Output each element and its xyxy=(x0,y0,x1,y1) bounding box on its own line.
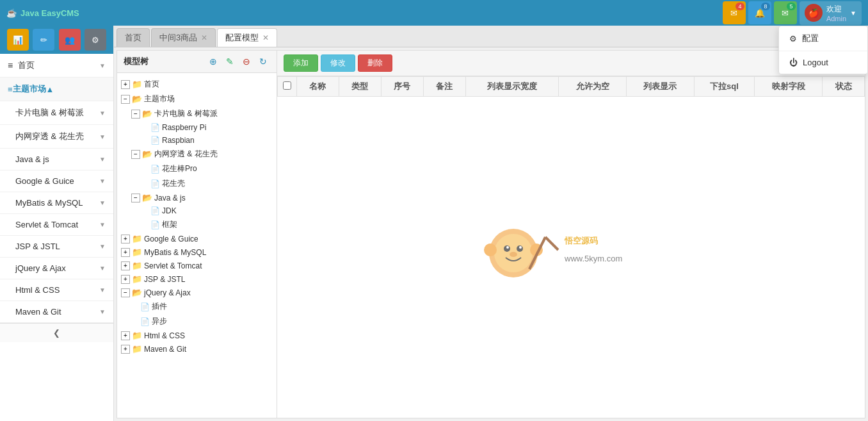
svg-line-10 xyxy=(545,237,558,250)
expand-neiwang[interactable]: − xyxy=(131,150,140,159)
file-icon: 📄 xyxy=(150,206,160,215)
tree-node-kapiandian[interactable]: − 📂 卡片电脑 & 树莓派 xyxy=(117,106,277,121)
expand-jquery[interactable]: − xyxy=(121,288,130,297)
folder-icon: 📂 xyxy=(142,109,152,119)
sidebar-item-mybatis[interactable]: MyBatis & MySQL ▼ xyxy=(0,192,113,214)
tree-node-raspberry[interactable]: 📄 Raspberry Pi xyxy=(117,121,277,134)
sidebar-icon-bar: 📊 ✏ 👥 ⚙ xyxy=(0,26,113,54)
expand-kapiandian[interactable]: − xyxy=(131,110,140,119)
expand-google[interactable]: + xyxy=(121,235,130,244)
nav-icons: ✉ 4 🔔 8 ✉ 5 🍎 欢迎 Admin ▼ xyxy=(723,1,862,25)
tree-node-yibu[interactable]: 📄 异步 xyxy=(117,314,277,329)
tree-node-huasheng[interactable]: 📄 花生壳 xyxy=(117,176,277,191)
logout-menu-item[interactable]: ⏻ Logout xyxy=(779,51,867,74)
sidebar-item-jsp[interactable]: JSP & JSTL ▼ xyxy=(0,236,113,258)
chevron-icon: ▼ xyxy=(99,308,106,315)
chevron-icon: ▼ xyxy=(99,243,106,250)
chart-icon: 📊 xyxy=(13,35,23,45)
tab-zhongjian-close[interactable]: ✕ xyxy=(201,33,207,42)
expand-shouye[interactable]: + xyxy=(121,80,130,89)
messages-btn[interactable]: ✉ 4 xyxy=(723,1,746,24)
delete-button[interactable]: 删除 xyxy=(358,54,392,72)
javajs-label: Java & js xyxy=(15,154,49,164)
svg-text:悟空源码: 悟空源码 xyxy=(564,236,598,245)
sidebar-chart-btn[interactable]: 📊 xyxy=(7,29,29,51)
tree-label-huashengbang: 花生棒Pro xyxy=(162,163,197,174)
tree-node-servlet[interactable]: + 📁 Servlet & Tomcat xyxy=(117,259,277,272)
select-all-checkbox[interactable] xyxy=(283,81,291,90)
expand-maven[interactable]: + xyxy=(121,345,130,354)
folder-icon: 📁 xyxy=(132,261,142,270)
sidebar-item-theme-market[interactable]: ≡ 主题市场 ▲ xyxy=(0,78,113,101)
edit-button[interactable]: 修改 xyxy=(321,54,355,72)
svg-point-6 xyxy=(510,252,517,257)
tree-refresh-btn[interactable]: ↻ xyxy=(256,54,270,69)
tree-node-zhutishichang[interactable]: − 📂 主题市场 xyxy=(117,92,277,106)
tree-label-huasheng: 花生壳 xyxy=(162,178,185,189)
tree-node-jdk[interactable]: 📄 JDK xyxy=(117,204,277,217)
tab-home[interactable]: 首页 xyxy=(117,28,150,47)
top-navigation: ☕ Java EasyCMS ✉ 4 🔔 8 ✉ 5 🍎 欢迎 xyxy=(0,0,868,26)
tree-node-javajs[interactable]: − 📂 Java & js xyxy=(117,191,277,204)
tab-zhongjian[interactable]: 中间3商品 ✕ xyxy=(151,28,216,47)
expand-jsp[interactable]: + xyxy=(121,275,130,284)
sidebar-item-maven[interactable]: Maven & Git ▼ xyxy=(0,301,113,323)
tree-node-kuangjia[interactable]: 📄 框架 xyxy=(117,217,277,232)
expand-zhutishichang[interactable]: − xyxy=(121,95,130,104)
avatar-icon: 🍎 xyxy=(808,8,819,18)
user-menu-btn[interactable]: 🍎 欢迎 Admin ▼ xyxy=(800,1,862,25)
tree-node-raspbian[interactable]: 📄 Raspbian xyxy=(117,134,277,147)
tree-node-neiwang[interactable]: − 📂 内网穿透 & 花生壳 xyxy=(117,147,277,161)
messages-badge: 4 xyxy=(735,3,744,10)
tree-node-shouye[interactable]: + 📁 首页 xyxy=(117,77,277,92)
sidebar-item-kapiandian[interactable]: 卡片电脑 & 树莓派 ▼ xyxy=(0,101,113,125)
tree-node-chajian[interactable]: 📄 插件 xyxy=(117,299,277,314)
sidebar-home-label: 首页 xyxy=(18,60,35,71)
sidebar-item-jquery[interactable]: jQuery & Ajax ▼ xyxy=(0,258,113,279)
neiwang-label: 内网穿透 & 花生壳 xyxy=(15,131,84,142)
tab-peizhimodel-close[interactable]: ✕ xyxy=(262,33,269,42)
folder-icon: 📁 xyxy=(132,331,142,340)
tree-node-google[interactable]: + 📁 Google & Guice xyxy=(117,232,277,245)
expand-html[interactable]: + xyxy=(121,331,130,340)
col-type: 类型 xyxy=(339,77,381,97)
config-menu-item[interactable]: ⚙ 配置 xyxy=(779,26,867,51)
logout-label: Logout xyxy=(803,58,828,67)
sidebar-collapse-btn[interactable]: ❮ xyxy=(0,323,113,342)
col-status: 状态 xyxy=(823,77,865,97)
sidebar-item-servlet[interactable]: Servlet & Tomcat ▼ xyxy=(0,214,113,236)
expand-javajs[interactable]: − xyxy=(131,194,140,202)
user-dropdown: ⚙ 配置 ⏻ Logout xyxy=(778,26,868,74)
tree-edit-btn[interactable]: ✎ xyxy=(223,54,237,69)
maven-label: Maven & Git xyxy=(15,307,61,317)
sidebar-item-google[interactable]: Google & Guice ▼ xyxy=(0,170,113,192)
tree-node-huashengbang[interactable]: 📄 花生棒Pro xyxy=(117,161,277,176)
folder-icon: 📂 xyxy=(142,193,152,202)
add-button[interactable]: 添加 xyxy=(284,54,318,72)
tree-node-maven[interactable]: + 📁 Maven & Git xyxy=(117,342,277,356)
folder-icon: 📁 xyxy=(132,344,142,354)
expand-mybatis[interactable]: + xyxy=(121,248,130,257)
tree-label-javajs: Java & js xyxy=(154,194,186,202)
sidebar-item-html[interactable]: Html & CSS ▼ xyxy=(0,279,113,301)
tree-node-html[interactable]: + 📁 Html & CSS xyxy=(117,329,277,342)
pencil-icon: ✏ xyxy=(40,35,47,45)
tree-node-jquery[interactable]: − 📂 jQuery & Ajax xyxy=(117,286,277,299)
col-order: 序号 xyxy=(381,77,423,97)
tabs-bar: 首页 中间3商品 ✕ 配置模型 ✕ xyxy=(114,26,868,47)
sidebar-group-btn[interactable]: 👥 xyxy=(59,29,81,51)
expand-servlet[interactable]: + xyxy=(121,261,130,270)
sidebar-item-javajs[interactable]: Java & js ▼ xyxy=(0,149,113,170)
notifications-btn[interactable]: 🔔 8 xyxy=(748,1,771,24)
tab-peizhimodel[interactable]: 配置模型 ✕ xyxy=(217,28,277,47)
sidebar-settings-btn[interactable]: ⚙ xyxy=(84,29,106,51)
mail-btn[interactable]: ✉ 5 xyxy=(774,1,797,24)
tree-add-btn[interactable]: ⊕ xyxy=(206,54,220,69)
tree-node-mybatis[interactable]: + 📁 MyBatis & MySQL xyxy=(117,245,277,259)
tree-delete-btn[interactable]: ⊖ xyxy=(239,54,253,69)
sidebar-item-home[interactable]: ≡ 首页 ▼ xyxy=(0,54,113,78)
watermark: 悟空源码 www.5kym.com xyxy=(475,218,667,297)
sidebar-item-neiwang[interactable]: 内网穿透 & 花生壳 ▼ xyxy=(0,125,113,149)
tree-node-jsp[interactable]: + 📁 JSP & JSTL xyxy=(117,272,277,286)
sidebar-edit-btn[interactable]: ✏ xyxy=(33,29,54,51)
